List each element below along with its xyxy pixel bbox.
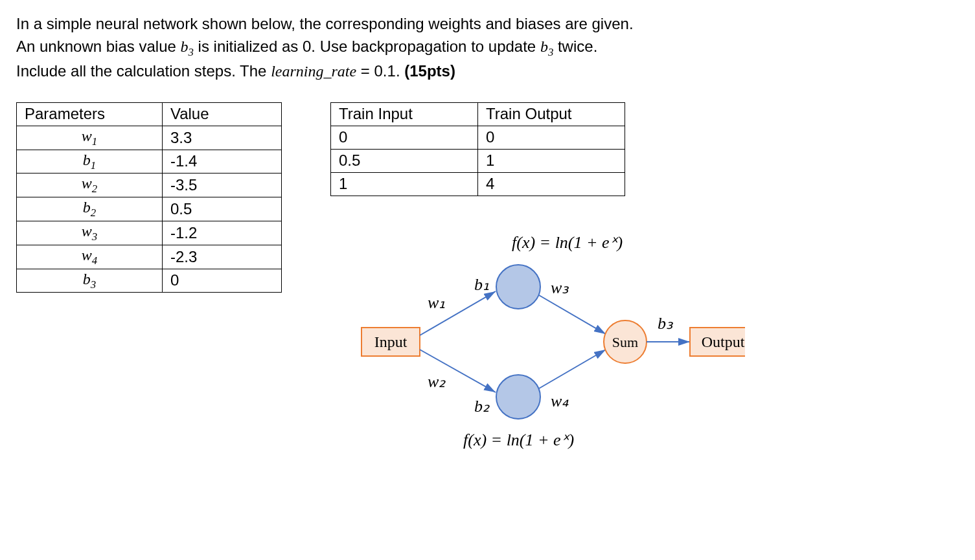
label-w1: w₁: [428, 293, 445, 312]
table-row: Parameters Value: [17, 102, 282, 126]
label-w2: w₂: [428, 372, 446, 391]
table-row: w3-1.2: [17, 221, 282, 245]
edge-w3: [539, 295, 606, 334]
prose-line2b: is initialized as 0. Use backpropagation…: [194, 38, 540, 55]
b3-var: b3: [181, 38, 194, 55]
table-row: b1-1.4: [17, 150, 282, 174]
param-header: Parameters: [17, 102, 163, 126]
activation-bottom: f(x) = ln(1 + eˣ): [463, 431, 574, 449]
label-b2: b₂: [474, 397, 490, 416]
label-b1: b₁: [474, 275, 489, 294]
table-row: b20.5: [17, 197, 282, 221]
question-text: In a simple neural network shown below, …: [16, 13, 959, 83]
value-header: Value: [162, 102, 281, 126]
hidden-node-top: [496, 265, 540, 309]
label-w4: w₄: [551, 392, 569, 410]
prose-line1: In a simple neural network shown below, …: [16, 15, 634, 32]
svg-text:Input: Input: [374, 333, 407, 350]
label-w3: w₃: [551, 278, 569, 297]
table-row: Train Input Train Output: [331, 102, 625, 126]
prose-line2c: twice.: [553, 38, 597, 55]
prose-line2a: An unknown bias value: [16, 38, 181, 55]
table-row: 0.51: [331, 149, 625, 172]
label-b3: b₃: [658, 314, 674, 333]
edge-w4: [539, 350, 606, 388]
hidden-node-bottom: [496, 375, 540, 419]
prose-line3a: Include all the calculation steps. The: [16, 62, 271, 80]
parameters-table: Parameters Value w13.3 b1-1.4 w2-3.5 b20…: [16, 102, 282, 293]
lr-value: 0.1: [374, 62, 396, 80]
b3-var-2: b3: [540, 38, 553, 55]
table-row: 14: [331, 172, 625, 196]
activation-top: f(x) = ln(1 + eˣ): [512, 233, 623, 252]
train-input-header: Train Input: [331, 102, 478, 126]
table-row: w13.3: [17, 126, 282, 150]
train-output-header: Train Output: [478, 102, 625, 126]
svg-text:Sum: Sum: [612, 334, 638, 350]
table-row: w4-2.3: [17, 245, 282, 269]
lr-word: learning_rate: [271, 63, 356, 80]
training-data-table: Train Input Train Output 00 0.51 14: [330, 102, 625, 196]
table-row: w2-3.5: [17, 174, 282, 197]
svg-text:Output: Output: [702, 333, 745, 350]
points: (15pts): [404, 62, 455, 80]
table-row: b30: [17, 269, 282, 293]
network-diagram: f(x) = ln(1 + eˣ) Input w₁ w₂ b₁ b₂: [330, 225, 745, 462]
table-row: 00: [331, 126, 625, 149]
